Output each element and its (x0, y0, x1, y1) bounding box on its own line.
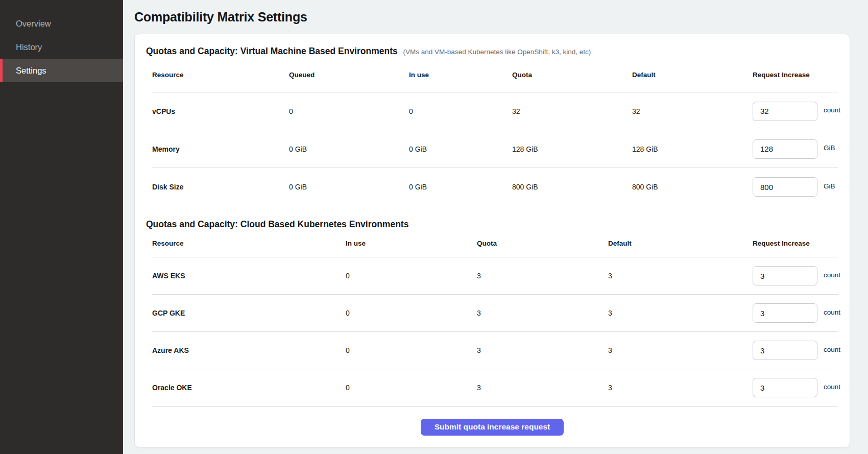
column-header-request-increase: Request Increase (753, 240, 838, 247)
submit-quota-button[interactable]: Submit quota increase request (421, 419, 564, 436)
vm-section-title-text: Quotas and Capacity: Virtual Machine Bas… (146, 46, 398, 56)
column-header-quota: Quota (512, 71, 632, 79)
cell-quota: 3 (477, 384, 608, 392)
cell-in-use: 0 (346, 309, 477, 317)
vm-quota-table: Resource Queued In use Quota Default Req… (146, 58, 838, 206)
request-increase-input[interactable] (753, 341, 817, 360)
sidebar: Overview History Settings (0, 0, 123, 454)
cell-resource: AWS EKS (152, 272, 346, 280)
table-row-oracle-oke: Oracle OKE 0 3 3 count (152, 369, 838, 407)
cell-resource: GCP GKE (152, 309, 346, 317)
column-header-default: Default (608, 240, 753, 247)
cell-queued: 0 (289, 107, 409, 115)
cell-quota: 3 (477, 309, 608, 317)
cell-request-increase: GiB (753, 177, 838, 197)
cloud-quota-table: Resource In use Quota Default Request In… (146, 230, 838, 407)
cell-request-increase: count (753, 303, 840, 323)
column-header-request-increase: Request Increase (753, 71, 838, 79)
table-row-gcp-gke: GCP GKE 0 3 3 count (152, 295, 838, 332)
cell-in-use: 0 (409, 107, 512, 115)
unit-label: count (824, 106, 840, 114)
cell-in-use: 0 GiB (409, 145, 512, 153)
cell-default: 800 GiB (632, 183, 753, 191)
cell-default: 128 GiB (632, 145, 753, 153)
cell-in-use: 0 (346, 272, 477, 280)
cell-queued: 0 GiB (289, 145, 409, 153)
cell-default: 3 (608, 272, 753, 280)
settings-card: Quotas and Capacity: Virtual Machine Bas… (134, 34, 850, 448)
cell-resource: Disk Size (152, 183, 289, 191)
sidebar-item-overview[interactable]: Overview (0, 12, 123, 35)
cell-quota: 128 GiB (512, 145, 632, 153)
cell-queued: 0 GiB (289, 183, 409, 191)
cell-quota: 32 (512, 107, 632, 115)
cell-default: 3 (608, 384, 753, 392)
column-header-queued: Queued (289, 71, 409, 79)
active-indicator (0, 59, 3, 82)
unit-label: count (824, 271, 840, 279)
unit-label: count (824, 383, 840, 391)
vm-section-title: Quotas and Capacity: Virtual Machine Bas… (146, 34, 838, 58)
table-row-azure-aks: Azure AKS 0 3 3 count (152, 332, 838, 369)
request-increase-input[interactable] (753, 102, 817, 121)
sidebar-item-label: Settings (16, 66, 46, 76)
column-header-resource: Resource (152, 71, 289, 79)
cell-resource: vCPUs (152, 107, 289, 115)
cloud-section-title: Quotas and Capacity: Cloud Based Kuberne… (146, 206, 838, 230)
cell-resource: Memory (152, 145, 289, 153)
cell-default: 3 (608, 346, 753, 354)
cell-quota: 3 (477, 346, 608, 354)
cell-in-use: 0 (346, 346, 477, 354)
submit-row: Submit quota increase request (146, 407, 838, 447)
sidebar-item-label: Overview (16, 19, 51, 29)
cell-request-increase: count (753, 378, 840, 397)
table-row-disk-size: Disk Size 0 GiB 0 GiB 800 GiB 800 GiB Gi… (152, 168, 838, 206)
page-title: Compatibility Matrix Settings (134, 10, 868, 25)
column-header-in-use: In use (346, 240, 477, 247)
sidebar-item-label: History (16, 42, 42, 52)
cell-quota: 800 GiB (512, 183, 632, 191)
cell-default: 32 (632, 107, 753, 115)
unit-label: GiB (824, 182, 835, 190)
column-header-default: Default (632, 71, 753, 79)
column-header-quota: Quota (477, 240, 608, 247)
cloud-table-header: Resource In use Quota Default Request In… (152, 230, 838, 257)
cell-request-increase: count (753, 266, 840, 285)
unit-label: count (824, 308, 840, 316)
cell-quota: 3 (477, 272, 608, 280)
sidebar-item-history[interactable]: History (0, 35, 123, 59)
request-increase-input[interactable] (753, 177, 817, 197)
table-row-memory: Memory 0 GiB 0 GiB 128 GiB 128 GiB GiB (152, 130, 838, 168)
cell-request-increase: count (753, 341, 840, 360)
request-increase-input[interactable] (753, 139, 817, 159)
column-header-in-use: In use (409, 71, 512, 79)
cell-in-use: 0 GiB (409, 183, 512, 191)
cell-in-use: 0 (346, 384, 477, 392)
unit-label: GiB (824, 144, 835, 152)
vm-table-header: Resource Queued In use Quota Default Req… (152, 58, 838, 92)
cell-resource: Azure AKS (152, 346, 346, 354)
cell-request-increase: count (753, 102, 840, 121)
request-increase-input[interactable] (753, 378, 817, 397)
cloud-section-title-text: Quotas and Capacity: Cloud Based Kuberne… (146, 219, 408, 229)
table-row-aws-eks: AWS EKS 0 3 3 count (152, 257, 838, 295)
cell-request-increase: GiB (753, 139, 838, 159)
cell-default: 3 (608, 309, 753, 317)
column-header-resource: Resource (152, 240, 346, 247)
request-increase-input[interactable] (753, 303, 817, 323)
vm-section-subtitle: (VMs and VM-based Kubernetes like OpenSh… (403, 48, 591, 56)
request-increase-input[interactable] (753, 266, 817, 285)
unit-label: count (824, 346, 840, 353)
sidebar-item-settings[interactable]: Settings (0, 59, 123, 82)
cell-resource: Oracle OKE (152, 384, 346, 392)
table-row-vcpus: vCPUs 0 0 32 32 count (152, 92, 838, 130)
main-content: Compatibility Matrix Settings Quotas and… (123, 0, 868, 454)
